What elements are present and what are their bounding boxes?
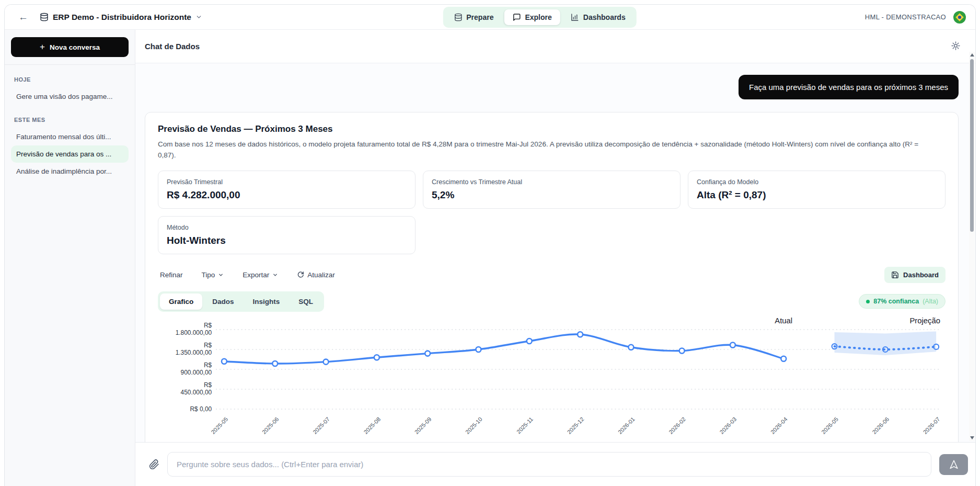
attach-file-button[interactable] <box>149 459 159 470</box>
forecast-result-card: Previsão de Vendas — Próximos 3 Meses Co… <box>145 112 959 442</box>
svg-text:2026-01: 2026-01 <box>617 416 636 435</box>
back-button[interactable]: ← <box>14 9 32 25</box>
chevron-down-icon <box>195 14 202 20</box>
export-dropdown[interactable]: Exportar <box>243 271 278 279</box>
tab-dashboards[interactable]: Dashboards <box>562 9 634 25</box>
tab-prepare[interactable]: Prepare <box>445 9 502 25</box>
topbar-right: HML - DEMONSTRACAO <box>865 11 966 24</box>
refresh-button[interactable]: Atualizar <box>297 271 335 279</box>
svg-text:450.000,00: 450.000,00 <box>181 389 212 396</box>
chat-bubble-icon <box>512 13 521 21</box>
new-conversation-label: Nova conversa <box>50 43 100 51</box>
green-dot-icon <box>866 300 870 303</box>
metric-card-crescimento: Crescimento vs Trimestre Atual 5,2% <box>423 171 681 209</box>
tab-sql[interactable]: SQL <box>290 293 322 310</box>
dashboard-label: Dashboard <box>903 271 939 279</box>
metric-label: Método <box>167 224 407 231</box>
svg-text:2025-05: 2025-05 <box>210 416 229 435</box>
section-title-hoje: HOJE <box>14 76 125 83</box>
settings-button[interactable] <box>949 39 963 54</box>
svg-text:2026-04: 2026-04 <box>769 416 789 435</box>
brazil-flag-avatar[interactable] <box>953 11 966 24</box>
metric-card-confianca: Confiança do Modelo Alta (R² = 0,87) <box>688 171 946 209</box>
svg-text:2026-02: 2026-02 <box>667 416 687 435</box>
refine-button[interactable]: Refinar <box>160 271 183 279</box>
svg-text:R$: R$ <box>204 342 212 349</box>
confidence-qualifier: (Alta) <box>923 298 938 305</box>
chat-input[interactable] <box>167 452 931 477</box>
metric-value: R$ 4.282.000,00 <box>167 189 407 201</box>
type-dropdown[interactable]: Tipo <box>202 271 224 279</box>
refresh-icon <box>297 271 304 278</box>
mode-switcher: Prepare Explore Dashboards <box>443 7 636 28</box>
send-plane-icon <box>948 459 960 470</box>
vertical-scrollbar <box>969 52 975 441</box>
svg-text:2025-11: 2025-11 <box>515 416 534 435</box>
svg-text:R$ 0,00: R$ 0,00 <box>190 405 212 413</box>
main-panel: Chat de Dados Faça uma previsão de <box>135 30 975 486</box>
chat-messages-area: Faça uma previsão de vendas para os próx… <box>135 63 975 442</box>
flag-diamond <box>955 13 963 21</box>
svg-text:2025-10: 2025-10 <box>464 416 483 435</box>
save-icon <box>891 271 899 279</box>
svg-text:1.800.000,00: 1.800.000,00 <box>176 329 212 336</box>
result-toolbar: Refinar Tipo Exportar <box>158 267 946 283</box>
metric-card-metodo: Método Holt-Winters <box>158 216 416 254</box>
chevron-down-icon <box>272 272 278 278</box>
tab-label: Dashboards <box>583 13 626 21</box>
conversation-item[interactable]: Gere uma visão dos pagame... <box>11 88 129 105</box>
send-button[interactable] <box>939 454 968 475</box>
confidence-badge: 87% confianca (Alta) <box>859 294 946 309</box>
metric-label: Previsão Trimestral <box>167 178 407 186</box>
flag-globe <box>958 15 961 18</box>
svg-text:2026-03: 2026-03 <box>719 416 738 435</box>
svg-text:Projeção: Projeção <box>909 316 940 325</box>
database-icon <box>454 13 462 21</box>
user-message-bubble: Faça uma previsão de vendas para os próx… <box>739 75 959 99</box>
chat-header: Chat de Dados <box>135 30 975 63</box>
tab-label: Explore <box>525 13 551 21</box>
metric-value: Holt-Winters <box>167 235 407 246</box>
export-label: Exportar <box>243 271 269 279</box>
result-title: Previsão de Vendas — Próximos 3 Meses <box>158 124 946 134</box>
page-title: Chat de Dados <box>145 42 200 51</box>
svg-text:R$: R$ <box>204 361 212 369</box>
metric-value: 5,2% <box>432 189 672 201</box>
svg-text:2026-05: 2026-05 <box>820 416 839 435</box>
conversations-sidebar: + Nova conversa HOJE Gere uma visão dos … <box>5 30 135 486</box>
tab-grafico[interactable]: Grafico <box>160 293 202 310</box>
tab-label: Prepare <box>466 13 493 21</box>
svg-text:2025-12: 2025-12 <box>566 416 585 435</box>
conversation-item[interactable]: Faturamento mensal dos últi... <box>11 128 129 145</box>
gear-icon <box>951 41 961 51</box>
section-title-este-mes: ESTE MES <box>14 117 125 123</box>
metric-label: Confiança do Modelo <box>697 178 937 186</box>
scrollbar-thumb[interactable] <box>970 59 974 232</box>
scroll-down-arrow-icon[interactable] <box>970 436 974 439</box>
tab-explore[interactable]: Explore <box>504 9 560 25</box>
forecast-chart: R$1.800.000,00R$1.350.000,00R$900.000,00… <box>158 316 946 442</box>
conversation-item-active[interactable]: Previsão de vendas para os ... <box>11 145 129 163</box>
new-conversation-button[interactable]: + Nova conversa <box>11 37 129 57</box>
refine-label: Refinar <box>160 271 183 279</box>
add-to-dashboard-button[interactable]: Dashboard <box>884 267 946 283</box>
svg-text:2025-07: 2025-07 <box>312 416 331 435</box>
dataset-selector[interactable]: ERP Demo - Distribuidora Horizonte <box>40 13 202 22</box>
svg-text:R$: R$ <box>204 322 212 329</box>
tab-dados[interactable]: Dados <box>203 293 243 310</box>
app-title: ERP Demo - Distribuidora Horizonte <box>53 13 191 22</box>
scroll-up-arrow-icon[interactable] <box>970 53 974 56</box>
database-icon <box>40 13 49 21</box>
metric-label: Crescimento vs Trimestre Atual <box>432 178 672 186</box>
chart-container: R$1.800.000,00R$1.350.000,00R$900.000,00… <box>158 316 946 442</box>
svg-text:2025-08: 2025-08 <box>362 416 382 435</box>
svg-text:2025-09: 2025-09 <box>413 416 433 435</box>
tab-insights[interactable]: Insights <box>244 293 289 310</box>
message-composer <box>135 442 975 486</box>
svg-text:900.000,00: 900.000,00 <box>181 369 212 376</box>
conversation-item[interactable]: Análise de inadimplência por... <box>11 163 129 180</box>
divider <box>5 64 135 65</box>
chevron-down-icon <box>218 272 224 278</box>
metrics-grid: Previsão Trimestral R$ 4.282.000,00 Cres… <box>158 171 946 254</box>
top-bar: ← ERP Demo - Distribuidora Horizonte Pre… <box>5 5 975 30</box>
